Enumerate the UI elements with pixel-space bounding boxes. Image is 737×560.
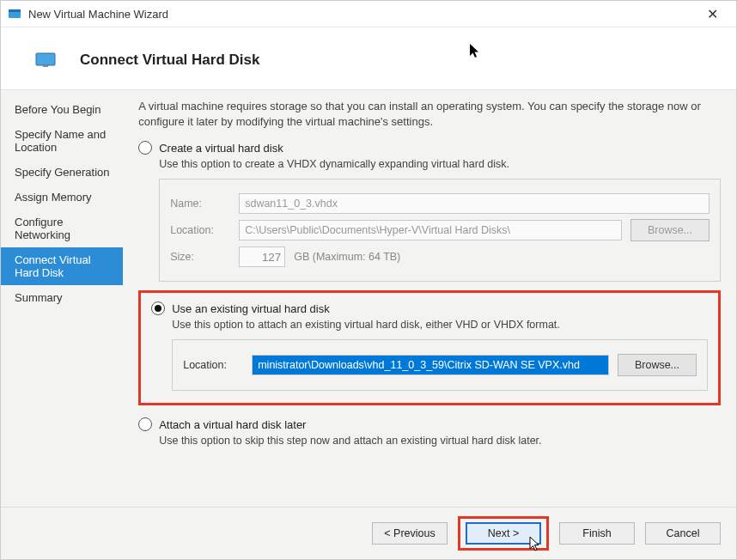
- create-gb-label: GB (Maximum: 64 TB): [294, 251, 400, 263]
- wizard-header: Connect Virtual Hard Disk: [1, 27, 736, 89]
- wizard-footer: < Previous Next > Finish Cancel: [1, 507, 736, 559]
- wizard-sidebar: Before You Begin Specify Name and Locati…: [1, 90, 123, 507]
- create-fieldgroup: Name: Location: Browse... Size: GB (Maxi…: [159, 179, 721, 282]
- radio-create[interactable]: [138, 141, 152, 155]
- svg-rect-2: [36, 53, 55, 65]
- cancel-button[interactable]: Cancel: [645, 522, 721, 545]
- create-name-input: [239, 193, 710, 214]
- svg-rect-1: [9, 9, 21, 12]
- nav-assign-memory[interactable]: Assign Memory: [1, 185, 123, 210]
- nav-connect-virtual-hard-disk[interactable]: Connect Virtual Hard Disk: [1, 247, 123, 285]
- radio-existing-row[interactable]: Use an existing virtual hard disk: [151, 301, 708, 315]
- next-button-highlight: Next >: [458, 516, 549, 551]
- intro-text: A virtual machine requires storage so th…: [138, 99, 721, 129]
- option-later: Attach a virtual hard disk later Use thi…: [138, 417, 721, 447]
- monitor-icon: [35, 52, 56, 68]
- radio-create-label: Create a virtual hard disk: [159, 142, 283, 155]
- wizard-window: New Virtual Machine Wizard ✕ Connect Vir…: [0, 0, 737, 560]
- radio-later-row[interactable]: Attach a virtual hard disk later: [138, 417, 721, 431]
- radio-later[interactable]: [138, 417, 152, 431]
- create-location-input: [239, 220, 622, 240]
- existing-fieldgroup: Location: Browse...: [172, 339, 708, 391]
- window-title: New Virtual Machine Wizard: [28, 8, 695, 21]
- svg-rect-4: [43, 65, 48, 67]
- nav-configure-networking[interactable]: Configure Networking: [1, 210, 123, 247]
- create-size-input: [239, 247, 285, 267]
- previous-button[interactable]: < Previous: [372, 522, 448, 545]
- create-location-label: Location:: [170, 224, 230, 236]
- existing-location-label: Location:: [183, 359, 243, 371]
- option-create-desc: Use this option to create a VHDX dynamic…: [159, 158, 721, 170]
- titlebar: New Virtual Machine Wizard ✕: [1, 1, 736, 27]
- nav-before-you-begin[interactable]: Before You Begin: [1, 97, 123, 122]
- create-browse-button: Browse...: [630, 219, 710, 241]
- window-icon: [8, 7, 21, 21]
- wizard-body: Before You Begin Specify Name and Locati…: [1, 89, 736, 507]
- finish-button[interactable]: Finish: [559, 522, 635, 545]
- radio-create-row[interactable]: Create a virtual hard disk: [138, 141, 721, 155]
- radio-existing[interactable]: [151, 301, 165, 315]
- nav-summary[interactable]: Summary: [1, 285, 123, 310]
- create-size-label: Size:: [170, 251, 230, 263]
- nav-specify-generation[interactable]: Specify Generation: [1, 160, 123, 185]
- existing-browse-button[interactable]: Browse...: [618, 354, 697, 376]
- option-existing-desc: Use this option to attach an existing vi…: [172, 319, 708, 331]
- page-title: Connect Virtual Hard Disk: [80, 52, 259, 69]
- wizard-content: A virtual machine requires storage so th…: [123, 90, 736, 507]
- option-create: Create a virtual hard disk Use this opti…: [138, 141, 721, 282]
- option-existing-highlight: Use an existing virtual hard disk Use th…: [138, 290, 721, 405]
- create-name-label: Name:: [170, 198, 230, 210]
- existing-location-input[interactable]: [252, 355, 609, 375]
- radio-existing-label: Use an existing virtual hard disk: [172, 302, 330, 315]
- close-button[interactable]: ✕: [695, 6, 729, 22]
- radio-later-label: Attach a virtual hard disk later: [159, 418, 306, 431]
- next-button[interactable]: Next >: [466, 522, 541, 545]
- option-later-desc: Use this option to skip this step now an…: [159, 435, 721, 447]
- nav-specify-name-location[interactable]: Specify Name and Location: [1, 122, 123, 160]
